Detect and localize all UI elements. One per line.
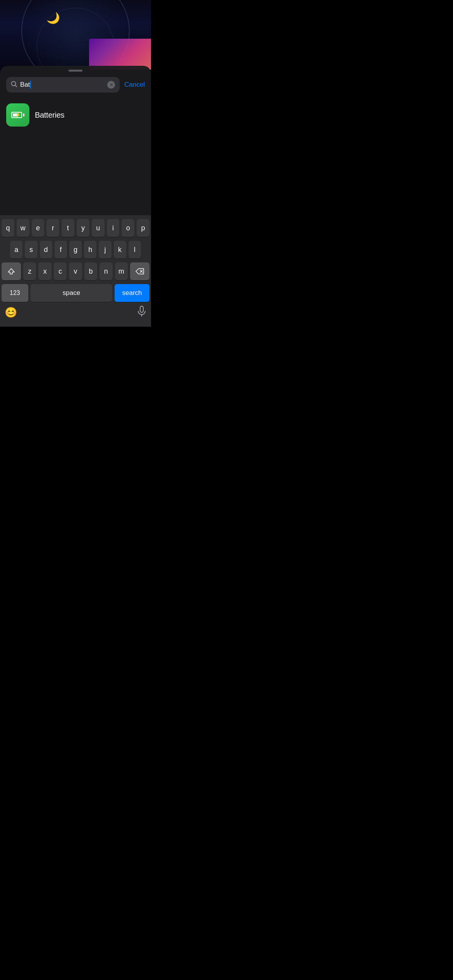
emoji-mic-row: 😊 — [2, 306, 149, 324]
keyboard-row-3: z x c v b n m — [2, 262, 149, 280]
key-n[interactable]: n — [100, 262, 112, 280]
cancel-button[interactable]: Cancel — [124, 81, 145, 89]
clear-button[interactable]: ✕ — [107, 81, 115, 89]
key-x[interactable]: x — [38, 262, 51, 280]
svg-rect-4 — [140, 306, 143, 312]
key-k[interactable]: k — [114, 241, 126, 259]
text-cursor — [30, 81, 31, 89]
key-d[interactable]: d — [40, 241, 52, 259]
search-icon — [11, 81, 17, 89]
key-j[interactable]: j — [99, 241, 111, 259]
key-i[interactable]: i — [107, 219, 120, 237]
shift-key[interactable] — [2, 262, 21, 280]
key-b[interactable]: b — [84, 262, 97, 280]
moon-icon: 🌙 — [46, 12, 60, 24]
key-a[interactable]: a — [10, 241, 22, 259]
key-m[interactable]: m — [115, 262, 128, 280]
svg-line-1 — [15, 85, 17, 87]
key-v[interactable]: v — [69, 262, 82, 280]
keyboard-row-2: a s d f g h j k l — [2, 241, 149, 259]
search-bar-row: Bat ✕ Cancel — [0, 77, 151, 93]
search-input-text: Bat — [20, 81, 30, 89]
key-o[interactable]: o — [122, 219, 134, 237]
key-e[interactable]: e — [32, 219, 45, 237]
keyboard: q w e r t y u i o p a s d f g h j k l z … — [0, 215, 151, 327]
key-w[interactable]: w — [17, 219, 29, 237]
result-item-batteries[interactable]: ⚡ Batteries — [0, 100, 151, 130]
num-key[interactable]: 123 — [2, 284, 28, 302]
key-t[interactable]: t — [62, 219, 74, 237]
delete-key[interactable] — [130, 262, 149, 280]
batteries-app-name: Batteries — [35, 111, 64, 120]
drag-handle — [69, 70, 82, 72]
battery-tip — [23, 113, 24, 117]
key-h[interactable]: h — [84, 241, 96, 259]
key-r[interactable]: r — [46, 219, 59, 237]
search-input[interactable]: Bat — [20, 81, 104, 89]
key-y[interactable]: y — [77, 219, 89, 237]
key-g[interactable]: g — [69, 241, 82, 259]
key-c[interactable]: c — [54, 262, 67, 280]
key-l[interactable]: l — [129, 241, 141, 259]
key-q[interactable]: q — [2, 219, 14, 237]
key-u[interactable]: u — [92, 219, 105, 237]
key-s[interactable]: s — [25, 241, 37, 259]
mic-button[interactable] — [137, 306, 146, 319]
emoji-button[interactable]: 😊 — [5, 307, 17, 319]
search-key[interactable]: search — [115, 284, 149, 302]
keyboard-bottom-row: 123 space search — [2, 284, 149, 302]
wallpaper-color-strip — [89, 39, 151, 70]
key-f[interactable]: f — [55, 241, 67, 259]
batteries-app-icon: ⚡ — [6, 103, 29, 127]
space-key[interactable]: space — [31, 284, 112, 302]
keyboard-row-1: q w e r t y u i o p — [2, 219, 149, 237]
key-p[interactable]: p — [137, 219, 149, 237]
key-z[interactable]: z — [23, 262, 36, 280]
search-bar[interactable]: Bat ✕ — [6, 77, 120, 93]
lightning-icon: ⚡ — [15, 112, 21, 118]
